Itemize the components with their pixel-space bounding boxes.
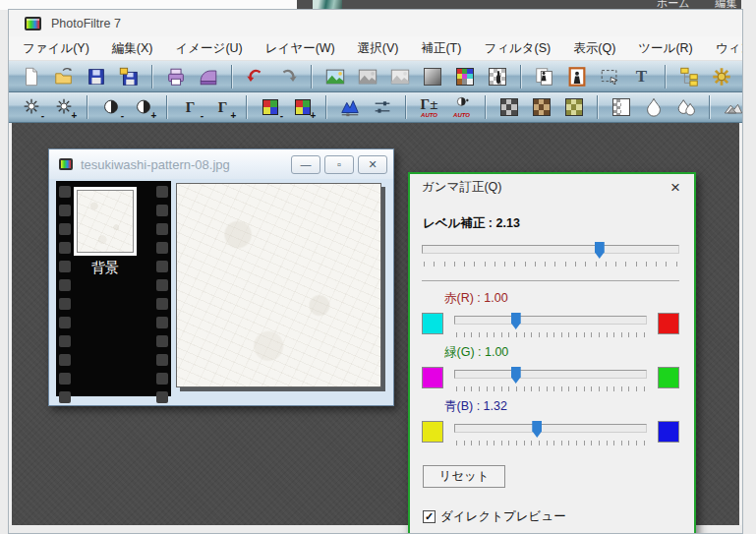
- gamma-minus-icon[interactable]: Γ-: [177, 94, 204, 120]
- green-swatch: [658, 367, 679, 388]
- document-title-bar[interactable]: tesukiwashi-pattern-08.jpg — ▫ ✕: [49, 149, 393, 179]
- module-gear-icon[interactable]: [708, 64, 734, 89]
- gamma-plus-icon[interactable]: Γ+: [209, 94, 236, 120]
- save-icon[interactable]: [83, 64, 109, 89]
- filter-olive-icon[interactable]: [560, 94, 587, 120]
- sprocket-hole: [156, 279, 168, 291]
- saturation-plus-icon[interactable]: +: [289, 94, 316, 120]
- slider-track[interactable]: [422, 245, 679, 254]
- image-color-icon[interactable]: [321, 64, 348, 89]
- color-palette-icon[interactable]: [451, 64, 478, 89]
- print-icon[interactable]: [162, 64, 189, 89]
- histogram-icon[interactable]: [336, 94, 363, 120]
- dialog-title: ガンマ訂正(Q): [422, 179, 667, 196]
- document-window[interactable]: tesukiwashi-pattern-08.jpg — ▫ ✕ 背景: [48, 148, 394, 406]
- slider-thumb[interactable]: [511, 367, 521, 384]
- text-icon[interactable]: T: [628, 64, 655, 89]
- title-bar[interactable]: PhotoFiltre 7: [9, 10, 742, 36]
- contrast-plus-icon[interactable]: +: [130, 94, 156, 120]
- direct-preview-checkbox[interactable]: ✓: [423, 510, 436, 523]
- duplicate-layer-icon[interactable]: [531, 64, 557, 89]
- blur-more-icon[interactable]: [672, 94, 699, 120]
- gray-square-icon[interactable]: [419, 64, 445, 89]
- layer-label: 背景: [74, 260, 137, 277]
- saturation-minus-icon[interactable]: -: [257, 94, 283, 120]
- menu-file[interactable]: ファイル(Y): [23, 40, 89, 57]
- level-correction-label: レベル補正 : 2.13: [423, 215, 679, 232]
- slider-track[interactable]: [454, 316, 647, 325]
- sprocket-hole: [59, 223, 71, 235]
- blue-channel-slider[interactable]: [454, 421, 647, 446]
- menu-tools[interactable]: ツール(R): [638, 40, 692, 57]
- brightness-minus-icon[interactable]: -: [18, 94, 44, 120]
- slider-thumb[interactable]: [511, 313, 521, 329]
- auto-contrast-icon[interactable]: AUTO: [448, 94, 475, 120]
- menu-edit[interactable]: 編集(X): [112, 40, 153, 57]
- open-file-icon[interactable]: [50, 64, 77, 89]
- document-maximize-button[interactable]: ▫: [324, 155, 354, 174]
- sprocket-hole: [59, 335, 71, 347]
- slider-track[interactable]: [454, 370, 647, 379]
- auto-levels-icon[interactable]: Γ±AUTO: [416, 94, 442, 120]
- image-canvas[interactable]: [176, 183, 381, 387]
- new-file-icon[interactable]: [18, 64, 44, 89]
- filter-gray-icon[interactable]: [495, 94, 522, 120]
- yellow-swatch: [422, 421, 443, 443]
- blur-icon[interactable]: [640, 94, 667, 120]
- explorer-tree-icon[interactable]: [675, 64, 702, 89]
- sprocket-hole: [156, 317, 168, 328]
- image-gray-icon[interactable]: [354, 64, 380, 89]
- toolbar-separator: [325, 95, 326, 119]
- layer-thumbnail[interactable]: [74, 187, 137, 256]
- layer-thumbnail-image: [77, 190, 134, 253]
- menu-view[interactable]: 表示(Q): [573, 40, 615, 57]
- direct-preview-label: ダイレクトプレビュー: [440, 508, 566, 525]
- gamma-correction-dialog: ガンマ訂正(Q) × レベル補正 : 2.13 赤(R) : 1.00: [408, 172, 696, 534]
- image-frame-icon[interactable]: [563, 64, 590, 89]
- transparency-icon[interactable]: [484, 64, 510, 89]
- contrast-minus-icon[interactable]: -: [97, 94, 124, 120]
- reset-button[interactable]: リセット: [423, 465, 505, 488]
- dialog-close-icon[interactable]: ×: [667, 179, 684, 196]
- cyan-swatch: [422, 313, 443, 334]
- level-slider[interactable]: [422, 242, 679, 267]
- sprocket-hole: [59, 373, 71, 385]
- dialog-title-bar[interactable]: ガンマ訂正(Q) ×: [410, 174, 694, 200]
- toolbar-separator: [166, 95, 167, 119]
- save-as-icon[interactable]: [115, 64, 142, 89]
- sprocket-hole: [59, 354, 71, 366]
- sprocket-hole: [59, 242, 71, 254]
- undo-icon[interactable]: [242, 64, 268, 89]
- scan-icon[interactable]: [195, 64, 221, 89]
- magenta-swatch: [422, 367, 443, 388]
- menu-window[interactable]: ウィンドウ(P): [716, 40, 743, 57]
- document-close-button[interactable]: ✕: [358, 155, 387, 174]
- menu-filter[interactable]: フィルタ(S): [484, 40, 551, 57]
- selection-icon[interactable]: [596, 64, 622, 89]
- levels-icon[interactable]: [369, 94, 395, 120]
- slider-track[interactable]: [454, 424, 647, 433]
- window-panel-icon[interactable]: [740, 64, 743, 89]
- toolbar-separator: [665, 65, 666, 89]
- menu-layer[interactable]: レイヤー(W): [265, 40, 335, 57]
- relief-icon[interactable]: [720, 94, 743, 120]
- menu-image[interactable]: イメージ(U): [176, 40, 243, 57]
- red-channel-slider[interactable]: [454, 313, 647, 338]
- green-channel-slider[interactable]: [454, 367, 647, 392]
- slider-thumb[interactable]: [595, 242, 605, 259]
- slider-thumb[interactable]: [532, 421, 542, 438]
- sprocket-hole: [59, 205, 71, 216]
- filter-sepia-icon[interactable]: [528, 94, 554, 120]
- menu-adjust[interactable]: 補正(T): [421, 40, 461, 57]
- image-fade-icon[interactable]: [386, 64, 413, 89]
- toolbar-separator: [231, 65, 232, 89]
- redo-icon[interactable]: [274, 64, 301, 89]
- sprocket-hole: [59, 298, 71, 310]
- menu-selection[interactable]: 選択(V): [358, 40, 399, 57]
- document-minimize-button[interactable]: —: [291, 155, 320, 174]
- green-channel-label: 緑(G) : 1.00: [444, 344, 679, 361]
- brightness-plus-icon[interactable]: +: [50, 94, 77, 120]
- sprocket-hole: [156, 373, 168, 385]
- blue-channel-label: 青(B) : 1.32: [444, 398, 679, 415]
- dither-icon[interactable]: [608, 94, 634, 120]
